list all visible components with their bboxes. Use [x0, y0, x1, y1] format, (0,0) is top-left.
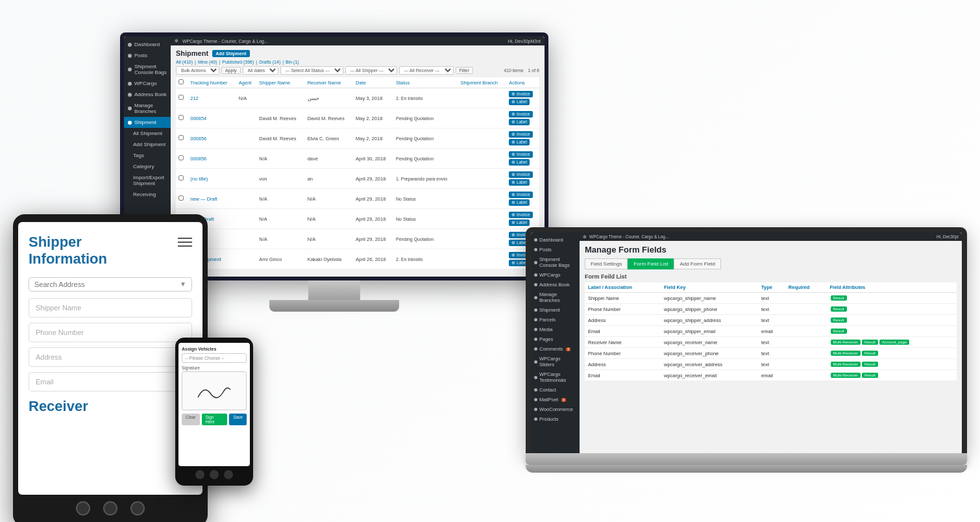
laptop-sidebar-branches[interactable]: Manage Branches — [531, 290, 580, 305]
label-btn[interactable]: ⊕ Label — [509, 139, 530, 145]
add-shipment-button[interactable]: Add Shipment — [212, 50, 249, 57]
attr-tag[interactable]: Result — [831, 306, 847, 312]
tablet-back-btn[interactable] — [76, 501, 90, 516]
invoice-btn[interactable]: ⊕ Invoice — [509, 131, 532, 138]
invoice-btn[interactable]: ⊕ Invoice — [509, 91, 532, 97]
tab-form-field-list[interactable]: Form Field List — [628, 258, 674, 269]
tablet-menu-btn[interactable] — [130, 501, 145, 516]
sidebar-item-shipment-console[interactable]: Shipment Console Bags — [124, 61, 171, 78]
label-btn[interactable]: ⊕ Label — [509, 159, 530, 166]
laptop-sidebar-shipment[interactable]: Shipment — [531, 305, 580, 315]
laptop-sidebar-sliders[interactable]: WPCargo Sliders — [531, 354, 580, 369]
shipper-select[interactable]: --- All Shipper --- — [345, 66, 397, 75]
receiver-select[interactable]: --- All Receiver --- — [399, 66, 454, 75]
tablet-home-btn[interactable] — [103, 501, 117, 516]
attr-tag[interactable]: Multi-Receiver — [831, 351, 861, 356]
label-btn[interactable]: ⊕ Label — [509, 119, 530, 125]
laptop-sidebar-wpcargo[interactable]: WPCargo — [531, 270, 580, 280]
phone-number-field[interactable]: Phone Number — [29, 323, 192, 342]
apply-button[interactable]: Apply — [221, 67, 241, 74]
attr-tag[interactable]: Account_page — [879, 340, 909, 345]
attr-tag[interactable]: Result — [862, 351, 878, 356]
col-shipper[interactable]: Shipper Name — [256, 77, 304, 88]
sidebar-item-category[interactable]: Category — [124, 161, 171, 172]
col-status[interactable]: Status — [393, 77, 458, 88]
status-select[interactable]: --- Select All Status --- — [280, 66, 343, 75]
laptop-sidebar-address[interactable]: Address Book — [531, 280, 580, 290]
col-date[interactable]: Date — [353, 77, 393, 88]
laptop-sidebar-console[interactable]: Shipment Console Bags — [531, 255, 580, 270]
search-address-row[interactable]: ▼ — [29, 277, 192, 292]
laptop-sidebar-parcels[interactable]: Parcels — [531, 315, 580, 325]
col-agent[interactable]: Agent — [236, 77, 257, 88]
invoice-btn[interactable]: ⊕ Invoice — [509, 171, 532, 178]
label-btn[interactable]: ⊕ Label — [509, 179, 530, 186]
sidebar-item-add-shipment[interactable]: Add Shipment — [124, 139, 171, 150]
invoice-btn[interactable]: ⊕ Invoice — [509, 212, 532, 218]
filter-mine[interactable]: Mine (40) — [198, 60, 217, 64]
laptop-sidebar-testimonials[interactable]: WPCargo Testimonials — [531, 369, 580, 385]
sidebar-item-posts[interactable]: Posts — [124, 50, 171, 61]
all-dates-select[interactable]: All dates — [243, 66, 278, 75]
sign-here-button[interactable]: Sign Here — [202, 414, 228, 425]
sidebar-item-tags[interactable]: Tags — [124, 150, 171, 161]
attr-tag[interactable]: Result — [831, 317, 847, 323]
phone-home-btn[interactable] — [210, 470, 219, 479]
sidebar-item-address-book[interactable]: Address Book — [124, 89, 171, 100]
attr-tag[interactable]: Result — [831, 295, 847, 301]
sidebar-item-import-export[interactable]: Import/Export Shipment — [124, 172, 171, 189]
label-btn[interactable]: ⊕ Label — [509, 199, 530, 206]
email-field[interactable]: Email — [29, 372, 192, 392]
sidebar-item-all-shipment[interactable]: All Shipment — [124, 128, 171, 139]
attr-tag[interactable]: Multi-Receiver — [831, 373, 861, 378]
attr-tag[interactable]: Result — [862, 373, 878, 378]
laptop-sidebar-media[interactable]: Media — [531, 325, 580, 334]
laptop-sidebar-contact[interactable]: Contact — [531, 385, 580, 395]
sidebar-item-shipment[interactable]: Shipment — [124, 117, 171, 128]
label-btn[interactable]: ⊕ Label — [509, 219, 530, 226]
sidebar-item-wpcargo[interactable]: WPCargo — [124, 78, 171, 89]
address-field[interactable]: Address — [29, 347, 192, 367]
search-address-input[interactable] — [34, 280, 180, 288]
laptop-sidebar-pages[interactable]: Pages — [531, 334, 580, 344]
attr-tag[interactable]: Result — [862, 340, 878, 345]
phone-menu-btn[interactable] — [224, 470, 233, 479]
hamburger-menu[interactable] — [178, 234, 192, 247]
attr-tag[interactable]: Multi-Receiver — [831, 362, 861, 367]
tab-field-settings[interactable]: Field Settings — [585, 258, 628, 269]
clear-button[interactable]: Clear — [182, 414, 200, 425]
col-branch[interactable]: Shipment Branch — [458, 77, 506, 88]
col-receiver[interactable]: Receiver Name — [305, 77, 353, 88]
attr-tag[interactable]: Result — [862, 362, 878, 367]
attr-tag[interactable]: Result — [831, 329, 847, 334]
laptop-sidebar-comments[interactable]: Comments 8 — [531, 344, 580, 354]
col-checkbox — [176, 77, 188, 88]
col-tracking[interactable]: Tracking Number — [188, 77, 236, 88]
laptop-sidebar-woocommerce[interactable]: WooCommerce — [531, 404, 580, 414]
tab-add-form-field[interactable]: Add Form Field — [674, 258, 721, 269]
laptop-sidebar-posts[interactable]: Posts — [531, 245, 580, 255]
select-all-checkbox[interactable] — [178, 79, 184, 84]
phone-back-btn[interactable] — [195, 470, 204, 479]
invoice-btn[interactable]: ⊕ Invoice — [509, 192, 532, 198]
save-button[interactable]: Save — [229, 414, 247, 425]
filter-drafts[interactable]: Drafts (14) — [259, 60, 280, 64]
shipper-name-field[interactable]: Shipper Name — [29, 298, 192, 317]
invoice-btn[interactable]: ⊕ Invoice — [509, 151, 532, 158]
label-btn[interactable]: ⊕ Label — [509, 99, 530, 105]
filter-button[interactable]: Filter — [456, 67, 474, 74]
phone-select[interactable]: -- Please Choose -- — [182, 353, 247, 363]
laptop-sidebar-products[interactable]: Products — [531, 414, 580, 424]
filter-all[interactable]: All (410) — [176, 60, 193, 64]
filter-published[interactable]: Published (396) — [222, 60, 254, 64]
sidebar-item-receiving[interactable]: Receiving — [124, 189, 171, 200]
attr-tag[interactable]: Multi-Receiver — [831, 340, 861, 345]
filter-bin[interactable]: Bin (1) — [286, 60, 299, 64]
sidebar-item-manage-branches[interactable]: Manage Branches — [124, 100, 171, 117]
signature-box[interactable] — [182, 371, 247, 410]
laptop-sidebar-dashboard[interactable]: Dashboard — [531, 235, 580, 245]
invoice-btn[interactable]: ⊕ Invoice — [509, 111, 532, 118]
laptop-sidebar-mailpoet[interactable]: MailPoet 8 — [531, 395, 580, 404]
sidebar-item-dashboard[interactable]: Dashboard — [124, 39, 171, 50]
bulk-actions-select[interactable]: Bulk Actions — [176, 66, 219, 75]
